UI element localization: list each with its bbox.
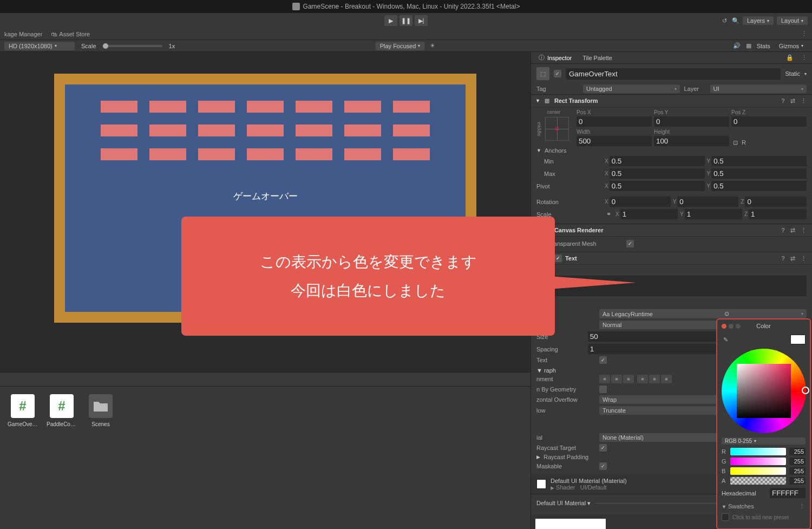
audio-icon[interactable]: 🔊: [733, 42, 741, 50]
layer-dropdown[interactable]: UI: [710, 84, 807, 93]
pos-z-field[interactable]: [731, 116, 807, 127]
alignment-buttons[interactable]: ≡≡≡≡≡≡: [599, 375, 672, 383]
menu-icon[interactable]: ⋮: [800, 97, 808, 105]
kebab-menu-icon[interactable]: ⋮: [800, 54, 808, 62]
scale-y[interactable]: [685, 209, 742, 219]
width-field[interactable]: [577, 136, 652, 146]
b-value[interactable]: 255: [789, 467, 806, 475]
r-value[interactable]: 255: [789, 448, 806, 455]
play-focused-dropdown[interactable]: Play Focused: [376, 42, 425, 50]
layout-dropdown[interactable]: Layout: [777, 16, 808, 25]
asset-item[interactable]: Scenes: [86, 394, 116, 427]
tab-package-manager[interactable]: kage Manager: [4, 31, 42, 37]
scale-x[interactable]: [620, 209, 678, 219]
constrain-icon[interactable]: ⚭: [605, 211, 612, 218]
anchor-max-y[interactable]: [711, 168, 807, 179]
preset-icon[interactable]: ⇄: [789, 97, 796, 105]
tab-tile-palette[interactable]: Tile Palette: [580, 55, 614, 61]
align-geom-checkbox[interactable]: [599, 386, 607, 393]
swatches-menu-icon[interactable]: ⋮: [798, 502, 806, 510]
anchor-max-x[interactable]: [610, 168, 705, 179]
lock-icon[interactable]: 🔒: [786, 54, 794, 62]
pivot-y[interactable]: [711, 181, 807, 191]
game-view-toolbar: HD (1920x1080) Scale 1x Play Focused ☀ 🔊…: [0, 40, 812, 52]
rot-x[interactable]: [610, 197, 671, 207]
tag-dropdown[interactable]: Untagged: [583, 84, 680, 93]
scale-slider[interactable]: [103, 45, 162, 47]
anchor-min-y[interactable]: [711, 156, 807, 166]
eyedropper-icon[interactable]: ✎: [722, 336, 729, 343]
canvas-renderer-header[interactable]: ▼◉ Canvas Renderer ?⇄⋮: [531, 224, 812, 237]
b-slider[interactable]: [730, 467, 786, 475]
brick: [149, 101, 186, 113]
asset-item[interactable]: #PaddleCon...: [47, 394, 77, 427]
scale-z[interactable]: [749, 209, 807, 219]
asset-item[interactable]: #GameOver...: [8, 394, 38, 427]
blueprint-mode-icon[interactable]: ⊡: [731, 139, 739, 146]
play-button[interactable]: ▶: [384, 15, 397, 26]
stats-toggle[interactable]: Stats: [757, 43, 770, 49]
brick: [393, 148, 430, 160]
rich-text-checkbox[interactable]: ✓: [599, 356, 607, 364]
g-slider[interactable]: [730, 458, 786, 465]
font-dropdown[interactable]: Aa LegacyRuntime⊙: [599, 309, 807, 318]
anchor-center-label: center: [547, 109, 560, 115]
text-enabled-checkbox[interactable]: ✓: [554, 254, 562, 262]
height-field[interactable]: [654, 136, 729, 146]
add-preset-slot[interactable]: [722, 513, 729, 521]
maskable-checkbox[interactable]: ✓: [599, 462, 607, 470]
pivot-x[interactable]: [610, 181, 705, 191]
g-value[interactable]: 255: [789, 458, 806, 465]
r-slider[interactable]: [730, 448, 786, 455]
tab-asset-store[interactable]: 🛍Asset Store: [51, 31, 90, 37]
help-icon[interactable]: ?: [780, 97, 786, 104]
annotation-line-1: この表示から色を変更できます: [260, 247, 477, 276]
rot-y[interactable]: [677, 197, 738, 207]
layers-dropdown[interactable]: Layers: [743, 16, 774, 25]
color-wheel[interactable]: [722, 349, 806, 433]
help-icon[interactable]: ?: [780, 227, 786, 233]
pause-button[interactable]: ❚❚: [400, 15, 412, 26]
search-icon[interactable]: 🔍: [732, 17, 739, 24]
a-value[interactable]: 255: [789, 477, 806, 485]
anchor-preset-button[interactable]: [545, 117, 569, 141]
step-button[interactable]: ▶|: [415, 15, 428, 26]
pos-y-field[interactable]: [654, 116, 729, 127]
undo-history-icon[interactable]: ↺: [721, 17, 729, 24]
hue-cursor[interactable]: [802, 387, 809, 394]
brick: [393, 125, 430, 136]
window-titlebar: GameScene - Breakout - Windows, Mac, Lin…: [0, 0, 812, 13]
resolution-dropdown[interactable]: HD (1920x1080): [4, 42, 75, 50]
preset-icon[interactable]: ⇄: [789, 227, 796, 234]
cull-checkbox[interactable]: ✓: [626, 240, 634, 247]
pos-x-field[interactable]: [577, 116, 652, 127]
gizmos-dropdown[interactable]: Gizmos: [775, 42, 808, 50]
a-slider[interactable]: [730, 477, 786, 485]
raycast-target-checkbox[interactable]: ✓: [599, 444, 607, 452]
active-checkbox[interactable]: ✓: [554, 70, 561, 77]
display-icon[interactable]: ▦: [745, 42, 752, 50]
help-icon[interactable]: ?: [780, 255, 786, 262]
static-dropdown-icon[interactable]: ▾: [804, 71, 807, 76]
window-traffic-lights[interactable]: [722, 324, 741, 329]
game-over-text: ゲームオーバー: [65, 190, 466, 203]
text-component-header[interactable]: ▼T✓ Text ?⇄⋮: [531, 252, 812, 265]
brick: [247, 101, 284, 113]
rect-transform-header[interactable]: ▼ ⊞ Rect Transform ? ⇄ ⋮: [531, 94, 812, 107]
raw-edit-icon[interactable]: R: [740, 139, 748, 146]
material-dropdown[interactable]: Default UI Material ▾: [536, 500, 591, 507]
tab-inspector[interactable]: ⓘInspector: [535, 54, 574, 62]
view-tabs: kage Manager 🛍Asset Store ⋮: [0, 28, 812, 40]
kebab-menu-icon[interactable]: ⋮: [800, 30, 808, 38]
object-name-field[interactable]: [566, 68, 781, 80]
color-sv-box[interactable]: [737, 364, 791, 418]
rot-z[interactable]: [745, 197, 807, 207]
menu-icon[interactable]: ⋮: [800, 227, 808, 234]
mute-icon[interactable]: ☀: [429, 42, 436, 50]
hex-field[interactable]: [770, 488, 806, 498]
menu-icon[interactable]: ⋮: [800, 255, 808, 262]
color-mode-dropdown[interactable]: RGB 0-255: [722, 437, 806, 445]
brick: [296, 148, 332, 160]
preset-icon[interactable]: ⇄: [789, 255, 796, 262]
anchor-min-x[interactable]: [610, 156, 705, 166]
